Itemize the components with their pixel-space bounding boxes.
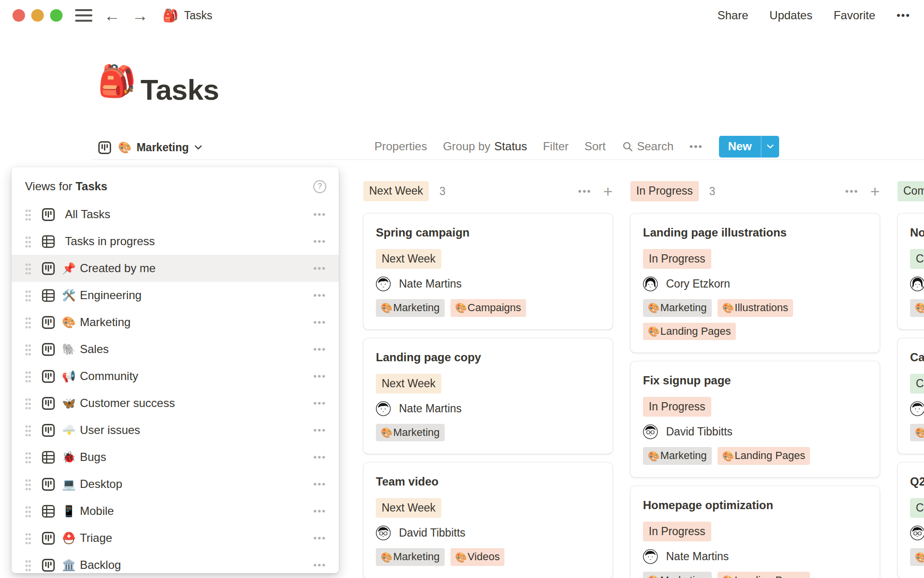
view-item-options-button[interactable]: ••• (313, 290, 326, 301)
task-card[interactable]: Q2 r Com E 🎨M (898, 462, 924, 578)
avatar (376, 525, 391, 540)
column-add-card-button[interactable]: + (603, 183, 613, 199)
tag: 🎨M (910, 548, 924, 566)
task-card[interactable]: Landing page illustrations In Progress C… (630, 213, 880, 353)
share-button[interactable]: Share (718, 9, 748, 22)
forward-button[interactable]: → (132, 7, 148, 24)
minimize-window-button[interactable] (31, 9, 44, 22)
view-item-user-issues[interactable]: 🌩️ User issues ••• (12, 417, 339, 444)
column-options-button[interactable]: ••• (578, 185, 591, 197)
back-button[interactable]: ← (104, 7, 120, 24)
column-status-badge[interactable]: Next Week (363, 181, 429, 201)
new-button[interactable]: New (719, 136, 761, 158)
view-item-options-button[interactable]: ••• (313, 209, 326, 220)
avatar (643, 276, 658, 291)
drag-handle-icon[interactable] (25, 370, 31, 382)
new-dropdown-button[interactable] (761, 136, 779, 158)
view-options-button[interactable]: ••• (690, 141, 703, 152)
view-switcher[interactable]: 🎨 Marketing (98, 136, 202, 158)
view-item-options-button[interactable]: ••• (313, 506, 326, 517)
drag-handle-icon[interactable] (25, 532, 31, 544)
view-item-sales[interactable]: 🐘 Sales ••• (12, 336, 339, 363)
drag-handle-icon[interactable] (25, 397, 31, 409)
window-controls (13, 9, 63, 22)
avatar (376, 401, 391, 416)
favorite-button[interactable]: Favorite (834, 9, 875, 22)
drag-handle-icon[interactable] (25, 289, 31, 302)
group-by-button[interactable]: Group by Status (443, 140, 527, 153)
column-add-card-button[interactable]: + (870, 183, 880, 199)
drag-handle-icon[interactable] (25, 451, 31, 463)
close-window-button[interactable] (13, 9, 25, 22)
drag-handle-icon[interactable] (25, 343, 31, 355)
filter-button[interactable]: Filter (543, 140, 568, 153)
view-item-all-tasks[interactable]: All Tasks ••• (12, 201, 339, 228)
page-title[interactable]: Tasks (141, 73, 219, 106)
drag-handle-icon[interactable] (25, 559, 31, 571)
view-item-label: Desktop (80, 477, 122, 491)
board-column-in-progress: In Progress 3 ••• + Landing page illustr… (630, 181, 880, 578)
status-badge: Next Week (376, 374, 441, 394)
tag: 🎨Videos (450, 548, 505, 566)
view-item-label: Marketing (80, 315, 130, 329)
drag-handle-icon[interactable] (25, 262, 31, 275)
task-card[interactable]: Homepage optimization In Progress Nate M… (630, 486, 880, 578)
column-status-badge[interactable]: Com (898, 181, 924, 201)
view-item-options-button[interactable]: ••• (313, 398, 326, 409)
view-item-options-button[interactable]: ••• (313, 263, 326, 274)
drag-handle-icon[interactable] (25, 505, 31, 517)
view-item-label: Sales (80, 342, 109, 356)
task-card[interactable]: Team video Next Week David Tibbitts 🎨Mar… (363, 462, 613, 578)
task-card[interactable]: Spring campaign Next Week Nate Martins 🎨… (363, 213, 613, 329)
page-icon[interactable]: 🎒 (98, 66, 136, 96)
properties-button[interactable]: Properties (374, 140, 427, 153)
view-item-tasks-in-progress[interactable]: Tasks in progress ••• (12, 228, 339, 255)
drag-handle-icon[interactable] (25, 478, 31, 490)
drag-handle-icon[interactable] (25, 208, 31, 221)
view-item-options-button[interactable]: ••• (313, 425, 326, 436)
view-item-options-button[interactable]: ••• (313, 479, 326, 490)
view-item-created-by-me[interactable]: 📌 Created by me ••• (12, 255, 339, 282)
column-status-badge[interactable]: In Progress (630, 181, 699, 201)
drag-handle-icon[interactable] (25, 235, 31, 248)
view-item-label: Tasks in progress (65, 235, 155, 248)
view-item-options-button[interactable]: ••• (313, 452, 326, 463)
view-item-emoji: 📢 (62, 370, 76, 383)
palette-icon: 🎨 (648, 302, 660, 314)
view-item-options-button[interactable]: ••• (313, 560, 326, 571)
help-icon[interactable]: ? (313, 180, 326, 193)
sidebar-toggle-icon[interactable] (75, 9, 92, 22)
drag-handle-icon[interactable] (25, 316, 31, 328)
view-item-marketing[interactable]: 🎨 Marketing ••• (12, 309, 339, 336)
view-item-options-button[interactable]: ••• (313, 317, 326, 328)
view-item-customer-success[interactable]: 🦋 Customer success ••• (12, 390, 339, 417)
more-menu-button[interactable]: ••• (897, 9, 911, 22)
view-item-options-button[interactable]: ••• (313, 344, 326, 355)
status-badge: In Progress (643, 249, 711, 269)
drag-handle-icon[interactable] (25, 424, 31, 436)
view-item-community[interactable]: 📢 Community ••• (12, 363, 339, 390)
task-card[interactable]: Landing page copy Next Week Nate Martins… (363, 338, 613, 454)
view-item-triage[interactable]: ⛑️ Triage ••• (12, 525, 339, 552)
view-item-label: All Tasks (65, 208, 110, 221)
view-item-emoji: 🎨 (62, 316, 76, 329)
view-item-options-button[interactable]: ••• (313, 371, 326, 382)
view-item-options-button[interactable]: ••• (313, 236, 326, 247)
tag: 🎨Marketing (643, 299, 712, 317)
task-card[interactable]: Cas Com N 🎨M (898, 338, 924, 454)
view-item-options-button[interactable]: ••• (313, 533, 326, 544)
view-item-mobile[interactable]: 📱 Mobile ••• (12, 498, 339, 525)
sort-button[interactable]: Sort (585, 140, 606, 153)
view-item-desktop[interactable]: 💻 Desktop ••• (12, 471, 339, 498)
view-item-label: Bugs (80, 450, 106, 464)
search-button[interactable]: Search (622, 140, 674, 153)
avatar (910, 525, 924, 540)
column-options-button[interactable]: ••• (845, 185, 859, 197)
view-item-bugs[interactable]: 🐞 Bugs ••• (12, 444, 339, 471)
task-card[interactable]: Fix signup page In Progress David Tibbit… (630, 361, 880, 477)
view-item-engineering[interactable]: 🛠️ Engineering ••• (12, 282, 339, 309)
task-card[interactable]: Non Com C 🎨M (898, 213, 924, 329)
fullscreen-window-button[interactable] (50, 9, 63, 22)
view-item-backlog[interactable]: 🏛️ Backlog ••• (12, 552, 339, 573)
updates-button[interactable]: Updates (770, 9, 812, 22)
